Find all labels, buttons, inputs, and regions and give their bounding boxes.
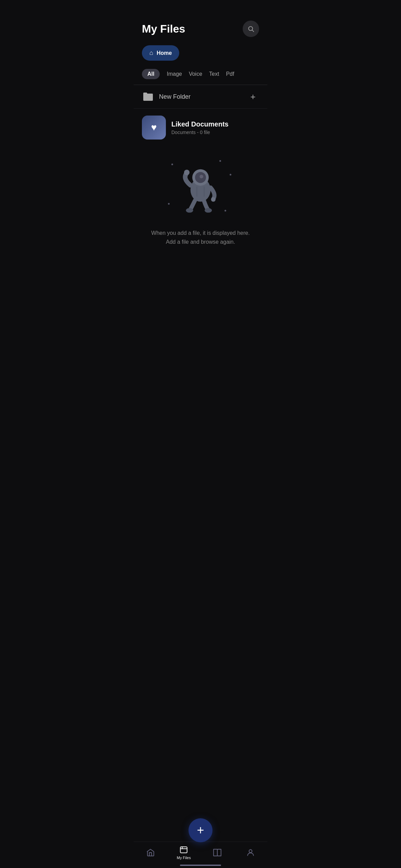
home-button-label: Home <box>157 50 172 56</box>
tab-image[interactable]: Image <box>167 69 182 79</box>
astronaut-illustration <box>166 157 235 218</box>
folder-icon-wrap <box>142 91 154 103</box>
svg-line-1 <box>252 30 254 32</box>
astronaut-svg <box>173 160 228 215</box>
home-section: ⌂ Home <box>134 43 267 66</box>
empty-state: When you add a file, it is displayed her… <box>134 146 267 258</box>
liked-documents-row[interactable]: ♥ Liked Documents Documents - 0 file <box>134 109 267 146</box>
heart-icon: ♥ <box>151 122 157 133</box>
home-icon: ⌂ <box>149 49 153 57</box>
new-folder-label: New Folder <box>159 93 191 100</box>
svg-point-9 <box>205 208 212 213</box>
liked-documents-icon: ♥ <box>142 116 166 140</box>
tab-voice[interactable]: Voice <box>189 69 202 79</box>
tab-pdf[interactable]: Pdf <box>226 69 234 79</box>
new-folder-left: New Folder <box>142 91 191 103</box>
empty-state-text: When you add a file, it is displayed her… <box>149 229 252 246</box>
svg-point-6 <box>184 170 190 175</box>
svg-point-7 <box>211 197 216 202</box>
dot-3 <box>168 203 170 205</box>
folder-icon <box>143 92 154 101</box>
tab-text[interactable]: Text <box>209 69 219 79</box>
search-button[interactable] <box>243 21 259 37</box>
tab-all[interactable]: All <box>142 69 160 79</box>
liked-documents-subtitle: Documents - 0 file <box>171 130 229 135</box>
add-folder-icon: + <box>250 92 255 101</box>
header: My Files <box>134 0 267 43</box>
liked-documents-info: Liked Documents Documents - 0 file <box>171 120 229 135</box>
filter-tabs: All Image Voice Text Pdf <box>134 66 267 85</box>
liked-documents-title: Liked Documents <box>171 120 229 128</box>
dot-2 <box>230 174 231 176</box>
page-title: My Files <box>142 23 185 35</box>
new-folder-row: New Folder + <box>134 85 267 109</box>
svg-point-8 <box>186 208 193 213</box>
svg-point-5 <box>199 175 203 179</box>
home-button[interactable]: ⌂ Home <box>142 45 179 61</box>
add-folder-button[interactable]: + <box>247 91 259 103</box>
search-icon <box>247 25 254 32</box>
